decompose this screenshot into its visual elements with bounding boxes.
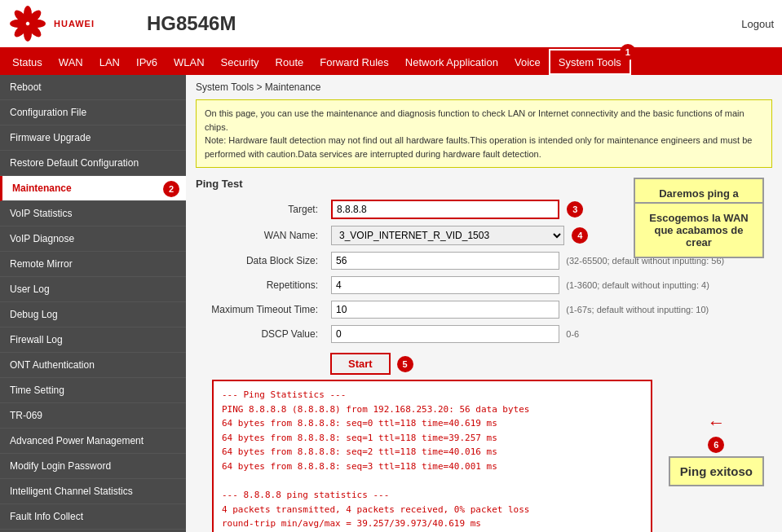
sidebar-item-restore[interactable]: Restore Default Configuration	[0, 151, 186, 176]
ping-output: --- Ping Statistics --- PING 8.8.8.8 (8.…	[212, 380, 652, 532]
sidebar-item-tr069[interactable]: TR-069	[0, 403, 186, 429]
nav-wan[interactable]: WAN	[51, 49, 91, 75]
data-block-input[interactable]	[331, 252, 559, 270]
nav-route[interactable]: Route	[267, 49, 312, 75]
output-badge: 6	[708, 437, 724, 453]
wan-name-row: WAN Name: 3_VOIP_INTERNET_R_VID_1503 4 E…	[196, 222, 772, 248]
start-button-row: Start 5	[330, 353, 772, 375]
wan-name-label: WAN Name:	[196, 222, 326, 248]
max-timeout-label: Maximum Timeout Time:	[196, 297, 326, 322]
breadcrumb: System Tools > Maintenance	[196, 81, 772, 93]
wan-name-select[interactable]: 3_VOIP_INTERNET_R_VID_1503	[331, 226, 564, 245]
data-block-label: Data Block Size:	[196, 248, 326, 273]
start-button[interactable]: Start	[330, 353, 391, 375]
nav-wlan[interactable]: WLAN	[166, 49, 213, 75]
callout-ping-success: Ping exitoso	[669, 456, 764, 486]
sidebar-item-ont-auth[interactable]: ONT Authentication	[0, 353, 186, 378]
logout-button[interactable]: Logout	[741, 18, 774, 30]
sidebar-item-power-mgmt[interactable]: Advanced Power Management	[0, 429, 186, 454]
sidebar-item-firmware[interactable]: Firmware Upgrade	[0, 125, 186, 151]
dscp-label: DSCP Value:	[196, 322, 326, 346]
max-timeout-hint: (1-67s; default without inputting: 10)	[566, 305, 709, 314]
dscp-hint: 0-6	[566, 329, 579, 339]
logout-area[interactable]: Logout	[741, 18, 774, 30]
wan-badge: 4	[572, 227, 588, 244]
callout-wan: Escogemos la WAN que acabamos de crear	[634, 202, 764, 258]
device-name: HG8546M	[147, 12, 236, 35]
nav-badge: 1	[620, 44, 636, 60]
repetitions-hint: (1-3600; default without inputting: 4)	[566, 280, 709, 290]
start-badge: 5	[397, 356, 413, 372]
info-line1: On this page, you can use the maintenanc…	[205, 108, 744, 132]
nav-system-tools[interactable]: System Tools 1	[549, 49, 631, 75]
ping-form-table: Target: 3 Daremos ping a 8.8.8.8 WAN Nam…	[196, 196, 772, 346]
sidebar-item-user-log[interactable]: User Log	[0, 277, 186, 302]
dscp-input[interactable]	[331, 325, 559, 343]
header: HUAWEI HG8546M Logout	[0, 0, 782, 49]
nav-voice[interactable]: Voice	[506, 49, 549, 75]
sidebar-item-config-file[interactable]: Configuration File	[0, 100, 186, 125]
huawei-logo	[8, 4, 47, 43]
nav-forward-rules[interactable]: Forward Rules	[311, 49, 397, 75]
sidebar-item-login-password[interactable]: Modify Login Password	[0, 454, 186, 479]
sidebar-item-reboot[interactable]: Reboot	[0, 75, 186, 100]
nav-ipv6[interactable]: IPv6	[128, 49, 166, 75]
repetitions-row: Repetitions: (1-3600; default without in…	[196, 273, 772, 297]
sidebar: Reboot Configuration File Firmware Upgra…	[0, 75, 186, 532]
target-input[interactable]	[331, 200, 559, 219]
sidebar-item-time-setting[interactable]: Time Setting	[0, 378, 186, 403]
sidebar-item-firewall-log[interactable]: Firewall Log	[0, 328, 186, 353]
max-timeout-input[interactable]	[331, 301, 559, 319]
nav-lan[interactable]: LAN	[91, 49, 128, 75]
content-area: System Tools > Maintenance On this page,…	[186, 75, 782, 532]
main-layout: Reboot Configuration File Firmware Upgra…	[0, 75, 782, 532]
sidebar-item-voip-diagnose[interactable]: VoIP Diagnose	[0, 226, 186, 252]
sidebar-badge: 2	[163, 181, 179, 197]
sidebar-item-remote-mirror[interactable]: Remote Mirror	[0, 252, 186, 277]
sidebar-item-debug-log[interactable]: Debug Log	[0, 302, 186, 328]
nav-status[interactable]: Status	[4, 49, 51, 75]
nav-network-application[interactable]: Network Application	[397, 49, 506, 75]
ping-test-section: Ping Test Target: 3 Daremos ping a 8.8.8…	[196, 178, 772, 532]
ping-success-arrow: ←	[707, 412, 725, 433]
info-box: On this page, you can use the maintenanc…	[196, 99, 772, 168]
ping-output-row: --- Ping Statistics --- PING 8.8.8.8 (8.…	[204, 380, 764, 532]
nav-security[interactable]: Security	[213, 49, 267, 75]
dscp-row: DSCP Value: 0-6	[196, 322, 772, 346]
nav-bar: Status WAN LAN IPv6 WLAN Security Route …	[0, 49, 782, 75]
max-timeout-row: Maximum Timeout Time: (1-67s; default wi…	[196, 297, 772, 322]
sidebar-item-maintenance[interactable]: Maintenance 2	[0, 176, 186, 201]
target-label: Target:	[196, 196, 326, 222]
target-badge: 3	[567, 201, 583, 218]
repetitions-input[interactable]	[331, 276, 559, 294]
sidebar-item-channel-stats[interactable]: Intelligent Channel Statistics	[0, 479, 186, 504]
sidebar-item-fault-info[interactable]: Fault Info Collect	[0, 504, 186, 530]
logo-area: HUAWEI	[8, 4, 139, 43]
repetitions-label: Repetitions:	[196, 273, 326, 297]
info-line2: Note: Hardware fault detection may not f…	[205, 135, 752, 159]
brand-label: HUAWEI	[54, 19, 95, 29]
sidebar-item-voip-stats[interactable]: VoIP Statistics	[0, 201, 186, 226]
